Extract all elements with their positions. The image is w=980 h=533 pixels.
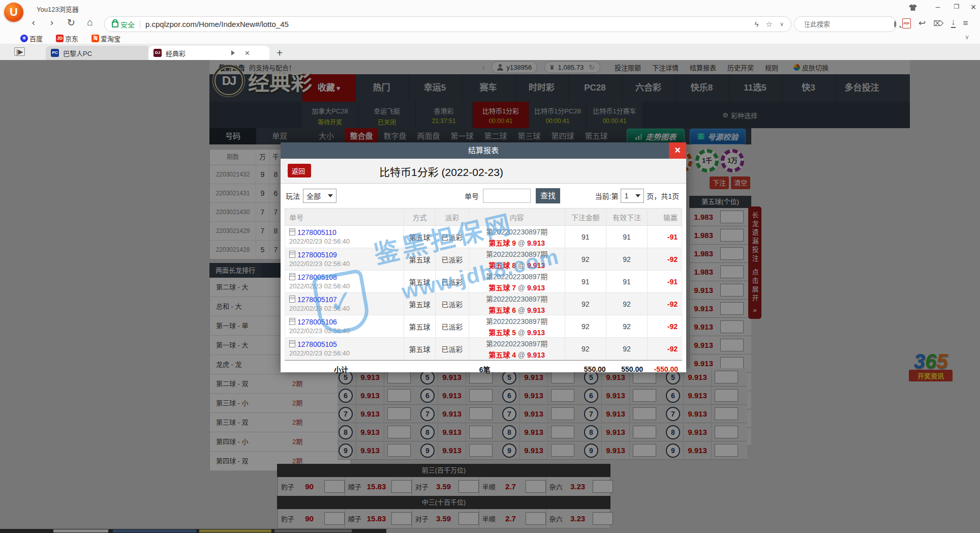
search-input[interactable] [803,20,894,28]
browser-title: You123浏览器 [37,4,79,14]
modal-header: 返回 比特币1分彩 (2022-02-23) [281,159,686,184]
tab-close-icon[interactable]: ✕ [244,49,250,57]
bookmarks-bar: ❋百度 JD京东 淘爱淘宝 [0,33,980,44]
play-label: 玩法 [286,191,300,201]
modal-heading: 比特币1分彩 (2022-02-23) [379,164,503,179]
security-label: 安全 [120,19,135,29]
order-time: 2022/02/23 02:56:40 [289,238,404,245]
back-icon[interactable]: ‹ [26,17,41,28]
search-icon[interactable] [894,21,896,27]
order-time: 2022/02/23 02:56:40 [289,282,404,290]
undo-icon[interactable]: ↩ [918,18,926,28]
menu-icon[interactable]: ≡ [963,18,968,28]
pagination: 当前:第 1 页，共1页 [595,189,679,203]
report-row: 1278005107 2022/02/23 02:56:40 第五球 已派彩 第… [285,293,682,315]
document-icon [289,228,295,235]
order-id-link[interactable]: 1278005106 [297,318,337,326]
page-suffix: 页，共1页 [647,191,679,201]
browser-tab-1[interactable]: PC 巴黎人PC [46,46,150,60]
page-prefix: 当前:第 [595,191,619,201]
report-row: 1278005105 2022/02/23 02:56:40 第五球 已派彩 第… [285,338,682,360]
order-input[interactable] [483,189,531,203]
tab-strip: |▶ PC 巴黎人PC DJ 经典彩 ✕ + [0,44,980,60]
baidu-paw-icon: ❋ [20,35,28,42]
report-row: 1278005106 2022/02/23 02:56:40 第五球 已派彩 第… [285,315,682,338]
order-time: 2022/02/23 02:56:40 [289,327,404,335]
audio-icon[interactable] [231,50,237,55]
web-page: 最新公告 的支持与配合！ › y138956 ¥ 1,085.73 ↻ 投注限额… [0,60,980,533]
play-select[interactable]: 全部 [303,189,336,203]
page-select[interactable]: 1 [621,189,644,203]
order-time: 2022/02/23 02:56:40 [289,349,404,357]
bookmark-jd[interactable]: JD京东 [56,34,78,43]
sidebar-toggle-icon[interactable]: |▶ [14,47,25,56]
order-label: 单号 [465,191,479,201]
order-id-link[interactable]: 1278005109 [297,251,337,259]
browser-tab-2[interactable]: DJ 经典彩 ✕ [148,46,269,60]
forward-icon[interactable]: › [45,17,59,28]
cleaner-icon[interactable]: ⌦ [933,19,943,27]
back-button[interactable]: 返回 [288,164,311,177]
url-bar[interactable]: 安全 p.cpqlzpor.com/Home/IndexNew#/lotto_4… [104,16,791,32]
taobao-icon: 淘 [91,35,99,42]
select-arrow-icon [328,194,333,200]
divider [140,20,140,28]
report-table-header: 单号 方式 派彩 内容 下注金额 有效下注 输赢 [285,208,682,226]
reload-icon[interactable]: ↻ [64,17,78,28]
download-icon[interactable]: ↓ [951,19,956,28]
browser-logo-icon: U [4,3,23,22]
document-icon [289,273,295,280]
tab2-favicon: DJ [154,49,162,57]
bookmark-baidu[interactable]: ❋百度 [20,34,43,43]
settlement-report-modal: 结算报表 × 返回 比特币1分彩 (2022-02-23) 玩法 全部 单号 查… [281,142,686,372]
lock-icon [112,21,118,27]
skin-theme-icon[interactable] [909,5,917,11]
modal-filter-row: 玩法 全部 单号 查找 当前:第 1 页，共1页 [281,184,686,208]
new-tab-button[interactable]: + [277,47,283,59]
modal-close-button[interactable]: × [669,142,686,159]
modal-title: 结算报表 [281,142,686,159]
order-id-link[interactable]: 1278005105 [297,340,337,348]
report-row: 1278005108 2022/02/23 02:56:40 第五球 已派彩 第… [285,271,682,293]
order-id-link[interactable]: 1278005107 [297,295,337,304]
collapse-chevron-icon[interactable]: ∨ [965,34,969,41]
report-table: 单号 方式 派彩 内容 下注金额 有效下注 输赢 1278005110 2022… [285,208,682,377]
order-time: 2022/02/23 02:56:40 [289,305,404,312]
browser-toolbar: ‹ › ↻ ⌂ 安全 p.cpqlzpor.com/Home/IndexNew#… [0,15,980,33]
browser-chrome: U You123浏览器 – ❐ × ‹ › ↻ ⌂ 安全 p.cpqlzpor.… [0,0,980,60]
reader-lightning-icon[interactable]: ϟ [755,20,759,28]
document-icon [289,340,295,347]
bookmark-star-icon[interactable]: ☆ [765,20,772,29]
report-row: 1278005110 2022/02/23 02:56:40 第五球 已派彩 第… [285,226,682,248]
close-button[interactable]: × [967,2,980,13]
report-summary-row: 小计 6笔 550.00 550.00 -550.00 [285,360,682,377]
select-arrow-icon [635,194,640,200]
browser-titlebar: U You123浏览器 – ❐ × [0,0,980,15]
order-time: 2022/02/23 02:56:40 [289,260,404,268]
url-text[interactable]: p.cpqlzpor.com/Home/IndexNew#/lotto_45 [145,20,289,28]
home-icon[interactable]: ⌂ [83,17,97,28]
screen: U You123浏览器 – ❐ × ‹ › ↻ ⌂ 安全 p.cpqlzpor.… [0,0,980,533]
order-id-link[interactable]: 1278005110 [297,228,336,236]
maximize-button[interactable]: ❐ [950,3,963,10]
document-icon [289,251,295,258]
report-row: 1278005109 2022/02/23 02:56:40 第五球 已派彩 第… [285,248,682,271]
tab1-favicon: PC [51,49,59,57]
jd-icon: JD [56,35,64,42]
pdf-icon[interactable]: PDF [902,18,911,28]
bookmark-taobao[interactable]: 淘爱淘宝 [91,34,120,43]
document-icon [289,295,295,303]
search-box[interactable] [794,16,897,32]
find-button[interactable]: 查找 [536,188,560,203]
document-icon [289,318,295,325]
minimize-button[interactable]: – [931,2,944,11]
order-id-link[interactable]: 1278005108 [297,273,337,281]
chevron-down-icon[interactable]: ∨ [780,21,784,27]
